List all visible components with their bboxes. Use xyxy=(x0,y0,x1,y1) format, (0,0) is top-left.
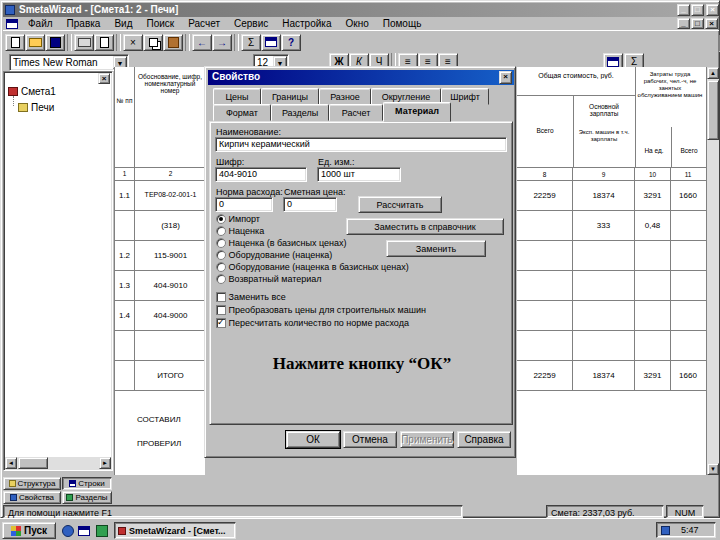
cell-c11[interactable] xyxy=(671,301,705,331)
scrollbar-thumb[interactable] xyxy=(707,80,719,140)
menu-help[interactable]: Помощь xyxy=(376,17,429,30)
cell-c8[interactable] xyxy=(517,241,573,271)
cell-c11[interactable] xyxy=(671,331,705,361)
name-input[interactable]: Кирпич керамический xyxy=(215,137,507,152)
radio-equipment[interactable]: Оборудование (наценка) xyxy=(216,250,332,260)
cell-code[interactable]: ИТОГО xyxy=(135,361,206,391)
cell-c10[interactable]: 3291 xyxy=(635,181,671,211)
quicklaunch-icon-3[interactable] xyxy=(96,525,108,537)
minimize-button[interactable]: _ xyxy=(677,4,690,16)
tree-item-root[interactable]: Смета1 xyxy=(8,86,56,97)
font-combobox[interactable]: Times New Roman ▼ xyxy=(9,54,129,71)
scroll-left-button[interactable]: ◄ xyxy=(5,457,17,469)
cell-c8[interactable]: 22259 xyxy=(517,361,573,391)
help-button[interactable]: ? xyxy=(281,34,301,51)
radio-dot-icon[interactable] xyxy=(216,238,226,248)
check-convert-prices[interactable]: Преобразовать цены для строительных маши… xyxy=(216,305,426,315)
print-button[interactable] xyxy=(74,34,94,51)
menu-search[interactable]: Поиск xyxy=(139,17,181,30)
cell-code[interactable]: 404-9010 xyxy=(135,271,206,301)
apply-button[interactable]: Применить xyxy=(400,431,454,448)
cell-c10[interactable]: 0,48 xyxy=(635,211,671,241)
cell-c11[interactable] xyxy=(671,271,705,301)
cell-code[interactable]: 404-9000 xyxy=(135,301,206,331)
cell-c10[interactable] xyxy=(635,241,671,271)
cell-c8[interactable] xyxy=(517,271,573,301)
cell-c8[interactable] xyxy=(517,211,573,241)
menu-calc[interactable]: Расчет xyxy=(181,17,227,30)
radio-dot-icon[interactable] xyxy=(216,214,226,224)
ok-button[interactable]: ОК xyxy=(286,431,340,448)
cell-code[interactable]: (318) xyxy=(135,211,206,241)
start-button[interactable]: Пуск xyxy=(2,522,56,539)
cancel-button[interactable]: Отмена xyxy=(343,431,397,448)
paste-button[interactable] xyxy=(163,34,183,51)
replace-button[interactable]: Заменить xyxy=(386,240,486,257)
tab-format[interactable]: Формат xyxy=(213,104,271,121)
menu-service[interactable]: Сервис xyxy=(227,17,275,30)
cell-no[interactable]: 1.2 xyxy=(115,241,135,271)
tray-icon[interactable] xyxy=(661,526,670,535)
calculate-button[interactable]: Рассчитать xyxy=(358,196,442,213)
scroll-down-button[interactable]: ▼ xyxy=(707,463,719,475)
tab-misc[interactable]: Разное xyxy=(319,88,371,105)
cell-c8[interactable]: 22259 xyxy=(517,181,573,211)
checkbox-icon[interactable] xyxy=(216,292,226,302)
cell-code[interactable]: ТЕР08-02-001-1 xyxy=(135,181,206,211)
tab-structure[interactable]: Структура xyxy=(3,477,61,490)
title-bar[interactable]: SmetaWizard - [Смета1: 2 - Печи] _ □ × xyxy=(3,3,719,17)
cell-c9[interactable] xyxy=(573,241,635,271)
tree-close-button[interactable]: × xyxy=(98,73,110,84)
cell-no[interactable]: 1.4 xyxy=(115,301,135,331)
cell-c10[interactable] xyxy=(635,271,671,301)
mdi-restore-button[interactable]: □ xyxy=(691,18,704,29)
cut-button[interactable]: × xyxy=(123,34,143,51)
cell-c11[interactable]: 1660 xyxy=(671,361,705,391)
tree-horizontal-scrollbar[interactable]: ◄ ► xyxy=(5,457,111,469)
tab-material[interactable]: Материал xyxy=(383,102,451,122)
dialog-title-bar[interactable]: Свойство × xyxy=(208,70,514,85)
menu-edit[interactable]: Правка xyxy=(60,17,108,30)
tab-sections[interactable]: Разделы xyxy=(62,491,112,504)
radio-return-material[interactable]: Возвратный материал xyxy=(216,274,322,284)
cell-no[interactable] xyxy=(115,361,135,391)
tab-borders[interactable]: Границы xyxy=(261,88,319,105)
mdi-minimize-button[interactable]: _ xyxy=(677,18,690,29)
quicklaunch-icon-1[interactable] xyxy=(62,525,74,537)
checkbox-icon[interactable] xyxy=(216,305,226,315)
mdi-close-button[interactable]: × xyxy=(705,18,718,29)
scroll-right-button[interactable]: ► xyxy=(99,457,111,469)
menu-settings[interactable]: Настройка xyxy=(275,17,338,30)
cell-c11[interactable] xyxy=(671,241,705,271)
cell-no[interactable]: 1.3 xyxy=(115,271,135,301)
preview-button[interactable] xyxy=(94,34,114,51)
radio-dot-icon[interactable] xyxy=(216,250,226,260)
radio-import[interactable]: Импорт xyxy=(216,214,260,224)
open-button[interactable] xyxy=(25,34,45,51)
cell-c11[interactable]: 1660 xyxy=(671,181,705,211)
new-button[interactable] xyxy=(5,34,25,51)
cell-no[interactable] xyxy=(115,331,135,361)
checkbox-icon[interactable] xyxy=(216,318,226,328)
price-input[interactable]: 0 xyxy=(283,197,337,212)
store-to-reference-button[interactable]: Заместить в справочник xyxy=(346,218,504,235)
tab-sections-dlg[interactable]: Разделы xyxy=(271,104,329,121)
table-button[interactable] xyxy=(261,34,281,51)
cell-code[interactable]: 115-9001 xyxy=(135,241,206,271)
cell-c11[interactable] xyxy=(671,211,705,241)
help-dialog-button[interactable]: Справка xyxy=(457,431,511,448)
check-recalc-quantity[interactable]: Пересчитать количество по норме расхода xyxy=(216,318,409,328)
scroll-up-button[interactable]: ▲ xyxy=(707,67,719,79)
cell-c10[interactable] xyxy=(635,301,671,331)
unit-input[interactable]: 1000 шт xyxy=(317,167,401,182)
taskbar-task-button[interactable]: SmetaWizard - [Смет... xyxy=(114,522,236,539)
cell-c9[interactable]: 333 xyxy=(573,211,635,241)
close-button[interactable]: × xyxy=(706,4,719,16)
radio-dot-icon[interactable] xyxy=(216,274,226,284)
cell-c9[interactable] xyxy=(573,271,635,301)
cell-c9[interactable]: 18374 xyxy=(573,181,635,211)
radio-markup-base[interactable]: Наценка (в базисных ценах) xyxy=(216,238,346,248)
tab-calculation[interactable]: Расчет xyxy=(329,104,383,121)
cell-c9[interactable]: 18374 xyxy=(573,361,635,391)
menu-file[interactable]: Файл xyxy=(21,17,60,30)
